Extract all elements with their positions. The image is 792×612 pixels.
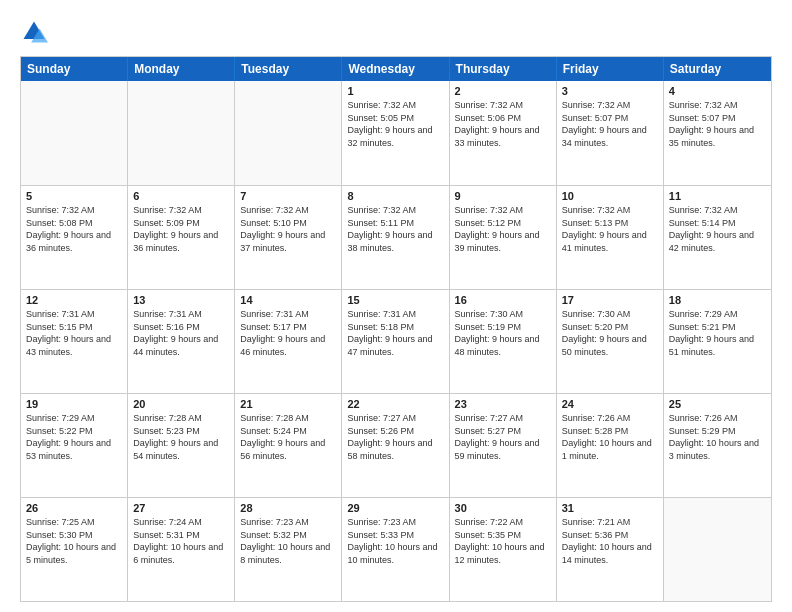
- cell-day-number: 12: [26, 294, 122, 306]
- cell-day-info: Sunrise: 7:31 AM Sunset: 5:16 PM Dayligh…: [133, 308, 229, 358]
- cell-day-number: 8: [347, 190, 443, 202]
- weekday-header: Saturday: [664, 57, 771, 81]
- calendar-cell: 23Sunrise: 7:27 AM Sunset: 5:27 PM Dayli…: [450, 394, 557, 497]
- calendar-cell: 5Sunrise: 7:32 AM Sunset: 5:08 PM Daylig…: [21, 186, 128, 289]
- calendar-header: SundayMondayTuesdayWednesdayThursdayFrid…: [21, 57, 771, 81]
- cell-day-info: Sunrise: 7:32 AM Sunset: 5:07 PM Dayligh…: [669, 99, 766, 149]
- calendar-row: 1Sunrise: 7:32 AM Sunset: 5:05 PM Daylig…: [21, 81, 771, 185]
- calendar-cell: 7Sunrise: 7:32 AM Sunset: 5:10 PM Daylig…: [235, 186, 342, 289]
- calendar-cell: 29Sunrise: 7:23 AM Sunset: 5:33 PM Dayli…: [342, 498, 449, 601]
- cell-day-number: 3: [562, 85, 658, 97]
- cell-day-number: 27: [133, 502, 229, 514]
- cell-day-info: Sunrise: 7:23 AM Sunset: 5:32 PM Dayligh…: [240, 516, 336, 566]
- calendar-cell: 27Sunrise: 7:24 AM Sunset: 5:31 PM Dayli…: [128, 498, 235, 601]
- cell-day-info: Sunrise: 7:30 AM Sunset: 5:19 PM Dayligh…: [455, 308, 551, 358]
- calendar-cell: 24Sunrise: 7:26 AM Sunset: 5:28 PM Dayli…: [557, 394, 664, 497]
- calendar-cell: 4Sunrise: 7:32 AM Sunset: 5:07 PM Daylig…: [664, 81, 771, 185]
- cell-day-info: Sunrise: 7:31 AM Sunset: 5:17 PM Dayligh…: [240, 308, 336, 358]
- weekday-header: Wednesday: [342, 57, 449, 81]
- cell-day-number: 7: [240, 190, 336, 202]
- calendar-cell: 30Sunrise: 7:22 AM Sunset: 5:35 PM Dayli…: [450, 498, 557, 601]
- cell-day-info: Sunrise: 7:26 AM Sunset: 5:29 PM Dayligh…: [669, 412, 766, 462]
- cell-day-number: 20: [133, 398, 229, 410]
- calendar-cell: 12Sunrise: 7:31 AM Sunset: 5:15 PM Dayli…: [21, 290, 128, 393]
- calendar-cell: 8Sunrise: 7:32 AM Sunset: 5:11 PM Daylig…: [342, 186, 449, 289]
- calendar-cell: 11Sunrise: 7:32 AM Sunset: 5:14 PM Dayli…: [664, 186, 771, 289]
- cell-day-number: 24: [562, 398, 658, 410]
- cell-day-number: 21: [240, 398, 336, 410]
- cell-day-info: Sunrise: 7:32 AM Sunset: 5:12 PM Dayligh…: [455, 204, 551, 254]
- calendar-cell: 10Sunrise: 7:32 AM Sunset: 5:13 PM Dayli…: [557, 186, 664, 289]
- cell-day-number: 15: [347, 294, 443, 306]
- calendar-cell: 25Sunrise: 7:26 AM Sunset: 5:29 PM Dayli…: [664, 394, 771, 497]
- cell-day-info: Sunrise: 7:21 AM Sunset: 5:36 PM Dayligh…: [562, 516, 658, 566]
- weekday-header: Thursday: [450, 57, 557, 81]
- cell-day-number: 19: [26, 398, 122, 410]
- calendar-cell: [128, 81, 235, 185]
- cell-day-info: Sunrise: 7:24 AM Sunset: 5:31 PM Dayligh…: [133, 516, 229, 566]
- weekday-header: Friday: [557, 57, 664, 81]
- calendar-cell: [664, 498, 771, 601]
- calendar-row: 19Sunrise: 7:29 AM Sunset: 5:22 PM Dayli…: [21, 393, 771, 497]
- calendar-row: 5Sunrise: 7:32 AM Sunset: 5:08 PM Daylig…: [21, 185, 771, 289]
- cell-day-info: Sunrise: 7:32 AM Sunset: 5:09 PM Dayligh…: [133, 204, 229, 254]
- logo: [20, 18, 54, 46]
- page-container: SundayMondayTuesdayWednesdayThursdayFrid…: [0, 0, 792, 612]
- cell-day-number: 25: [669, 398, 766, 410]
- cell-day-number: 1: [347, 85, 443, 97]
- cell-day-number: 10: [562, 190, 658, 202]
- cell-day-number: 29: [347, 502, 443, 514]
- calendar-row: 12Sunrise: 7:31 AM Sunset: 5:15 PM Dayli…: [21, 289, 771, 393]
- calendar-cell: 18Sunrise: 7:29 AM Sunset: 5:21 PM Dayli…: [664, 290, 771, 393]
- cell-day-number: 13: [133, 294, 229, 306]
- cell-day-number: 26: [26, 502, 122, 514]
- cell-day-info: Sunrise: 7:30 AM Sunset: 5:20 PM Dayligh…: [562, 308, 658, 358]
- cell-day-info: Sunrise: 7:32 AM Sunset: 5:13 PM Dayligh…: [562, 204, 658, 254]
- calendar-cell: 31Sunrise: 7:21 AM Sunset: 5:36 PM Dayli…: [557, 498, 664, 601]
- cell-day-number: 18: [669, 294, 766, 306]
- calendar-cell: 2Sunrise: 7:32 AM Sunset: 5:06 PM Daylig…: [450, 81, 557, 185]
- cell-day-info: Sunrise: 7:28 AM Sunset: 5:24 PM Dayligh…: [240, 412, 336, 462]
- calendar-cell: 28Sunrise: 7:23 AM Sunset: 5:32 PM Dayli…: [235, 498, 342, 601]
- weekday-header: Monday: [128, 57, 235, 81]
- cell-day-info: Sunrise: 7:27 AM Sunset: 5:26 PM Dayligh…: [347, 412, 443, 462]
- calendar: SundayMondayTuesdayWednesdayThursdayFrid…: [20, 56, 772, 602]
- cell-day-info: Sunrise: 7:25 AM Sunset: 5:30 PM Dayligh…: [26, 516, 122, 566]
- calendar-row: 26Sunrise: 7:25 AM Sunset: 5:30 PM Dayli…: [21, 497, 771, 601]
- calendar-body: 1Sunrise: 7:32 AM Sunset: 5:05 PM Daylig…: [21, 81, 771, 601]
- cell-day-info: Sunrise: 7:32 AM Sunset: 5:06 PM Dayligh…: [455, 99, 551, 149]
- cell-day-number: 31: [562, 502, 658, 514]
- calendar-cell: 3Sunrise: 7:32 AM Sunset: 5:07 PM Daylig…: [557, 81, 664, 185]
- calendar-cell: 15Sunrise: 7:31 AM Sunset: 5:18 PM Dayli…: [342, 290, 449, 393]
- cell-day-info: Sunrise: 7:32 AM Sunset: 5:11 PM Dayligh…: [347, 204, 443, 254]
- calendar-cell: 21Sunrise: 7:28 AM Sunset: 5:24 PM Dayli…: [235, 394, 342, 497]
- cell-day-info: Sunrise: 7:32 AM Sunset: 5:14 PM Dayligh…: [669, 204, 766, 254]
- calendar-cell: [235, 81, 342, 185]
- calendar-cell: 22Sunrise: 7:27 AM Sunset: 5:26 PM Dayli…: [342, 394, 449, 497]
- cell-day-number: 14: [240, 294, 336, 306]
- calendar-cell: 6Sunrise: 7:32 AM Sunset: 5:09 PM Daylig…: [128, 186, 235, 289]
- cell-day-info: Sunrise: 7:29 AM Sunset: 5:22 PM Dayligh…: [26, 412, 122, 462]
- calendar-cell: 1Sunrise: 7:32 AM Sunset: 5:05 PM Daylig…: [342, 81, 449, 185]
- calendar-cell: 9Sunrise: 7:32 AM Sunset: 5:12 PM Daylig…: [450, 186, 557, 289]
- cell-day-info: Sunrise: 7:32 AM Sunset: 5:08 PM Dayligh…: [26, 204, 122, 254]
- cell-day-number: 2: [455, 85, 551, 97]
- cell-day-info: Sunrise: 7:29 AM Sunset: 5:21 PM Dayligh…: [669, 308, 766, 358]
- calendar-cell: [21, 81, 128, 185]
- cell-day-number: 5: [26, 190, 122, 202]
- cell-day-number: 4: [669, 85, 766, 97]
- cell-day-info: Sunrise: 7:31 AM Sunset: 5:15 PM Dayligh…: [26, 308, 122, 358]
- cell-day-info: Sunrise: 7:28 AM Sunset: 5:23 PM Dayligh…: [133, 412, 229, 462]
- weekday-header: Tuesday: [235, 57, 342, 81]
- cell-day-info: Sunrise: 7:23 AM Sunset: 5:33 PM Dayligh…: [347, 516, 443, 566]
- calendar-cell: 16Sunrise: 7:30 AM Sunset: 5:19 PM Dayli…: [450, 290, 557, 393]
- logo-icon: [20, 18, 48, 46]
- cell-day-number: 22: [347, 398, 443, 410]
- cell-day-number: 30: [455, 502, 551, 514]
- cell-day-number: 11: [669, 190, 766, 202]
- cell-day-number: 17: [562, 294, 658, 306]
- calendar-cell: 17Sunrise: 7:30 AM Sunset: 5:20 PM Dayli…: [557, 290, 664, 393]
- cell-day-info: Sunrise: 7:31 AM Sunset: 5:18 PM Dayligh…: [347, 308, 443, 358]
- calendar-cell: 14Sunrise: 7:31 AM Sunset: 5:17 PM Dayli…: [235, 290, 342, 393]
- cell-day-number: 23: [455, 398, 551, 410]
